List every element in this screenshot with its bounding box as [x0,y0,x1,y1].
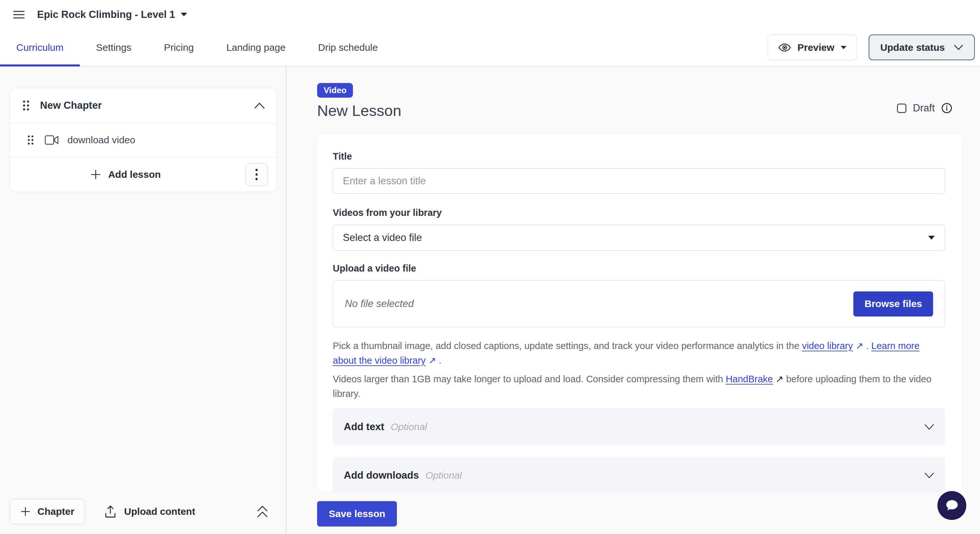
lesson-title-input[interactable] [333,168,945,194]
upload-content-button[interactable]: Upload content [103,505,197,518]
add-downloads-label: Add downloads [344,469,419,481]
collapse-all-icon[interactable] [256,505,268,518]
optional-label: Optional [426,470,462,481]
eye-icon [778,41,791,54]
video-library-select[interactable]: Select a video file [333,225,945,251]
lesson-title[interactable]: download video [67,135,135,146]
tab-bar: Curriculum Settings Pricing Landing page… [0,29,980,67]
kebab-icon [255,168,258,181]
chat-bubble-icon [944,498,960,513]
tab-curriculum[interactable]: Curriculum [0,29,80,66]
handbrake-link[interactable]: HandBrake [726,374,773,384]
compression-help-text: Videos larger than 1GB may take longer t… [333,372,945,401]
add-chapter-button[interactable]: Chapter [10,499,85,524]
plus-icon [21,507,30,517]
video-library-select-value: Select a video file [343,232,422,243]
lesson-header: Video New Lesson [317,67,961,119]
external-link-icon: ↗ [856,340,864,351]
caret-down-icon [928,235,935,240]
chevron-down-icon [954,44,963,50]
chevron-down-icon [924,472,934,478]
help-text: Pick a thumbnail image, add closed capti… [333,340,802,351]
video-library-link[interactable]: video library [802,340,853,351]
upload-icon [105,505,116,518]
update-status-button[interactable]: Update status [869,35,975,60]
draft-checkbox[interactable] [897,103,907,113]
tab-settings[interactable]: Settings [80,29,148,66]
upload-field-label: Upload a video file [333,263,945,274]
lesson-form-card: Title Videos from your library Select a … [317,134,961,492]
chat-widget-button[interactable] [937,491,966,520]
content-area: New Chapter [0,67,980,533]
draft-toggle: Draft [897,102,952,114]
add-text-label: Add text [344,421,384,433]
lesson-editor: Video New Lesson Draft Title Videos from… [286,67,980,533]
page-title: New Lesson [317,102,961,119]
chapter-card: New Chapter [10,88,277,192]
add-lesson-button[interactable]: Add lesson [89,168,163,180]
help-text: . [436,355,441,366]
video-camera-icon [45,135,59,145]
external-link-icon: ↗ [428,355,436,366]
chapter-title[interactable]: New Chapter [40,100,102,111]
header-actions: Preview Update status [768,29,975,66]
drag-handle-icon[interactable] [22,99,30,112]
draft-label: Draft [913,102,935,114]
chapter-menu-button[interactable] [245,163,268,186]
title-field-label: Title [333,151,945,162]
plus-icon [91,169,101,180]
curriculum-sidebar: New Chapter [0,67,286,533]
add-lesson-label: Add lesson [108,169,161,180]
upload-content-label: Upload content [124,506,195,517]
no-file-text: No file selected [345,298,414,310]
add-lesson-row: Add lesson [10,157,277,192]
course-title[interactable]: Epic Rock Climbing - Level 1 [37,9,175,21]
chapter-header: New Chapter [10,88,277,123]
caret-down-icon [840,46,847,49]
tab-pricing[interactable]: Pricing [148,29,210,66]
info-icon[interactable] [941,103,952,114]
tab-list: Curriculum Settings Pricing Landing page… [0,29,394,66]
add-text-section[interactable]: Add text Optional [333,408,945,445]
top-bar: Epic Rock Climbing - Level 1 [0,0,980,29]
library-field-label: Videos from your library [333,207,945,218]
sidebar-footer: Chapter Upload content [10,499,277,524]
caret-down-icon[interactable] [180,13,188,17]
help-text: . [864,340,871,351]
tab-landing-page[interactable]: Landing page [210,29,302,66]
tab-drip-schedule[interactable]: Drip schedule [302,29,394,66]
video-library-help-text: Pick a thumbnail image, add closed capti… [333,339,945,368]
save-lesson-button[interactable]: Save lesson [317,501,397,526]
chevron-up-icon[interactable] [254,103,265,109]
chevron-down-icon [924,424,934,430]
preview-button[interactable]: Preview [768,35,857,60]
help-text: Videos larger than 1GB may take longer t… [333,374,726,384]
optional-label: Optional [391,421,427,432]
update-status-button-label: Update status [880,42,945,53]
preview-button-label: Preview [797,42,834,53]
add-downloads-section[interactable]: Add downloads Optional [333,457,945,492]
drag-handle-icon[interactable] [27,135,35,146]
file-upload-dropzone[interactable]: No file selected Browse files [333,280,945,327]
add-chapter-label: Chapter [37,506,74,517]
lesson-type-badge: Video [317,83,353,98]
browse-files-button[interactable]: Browse files [853,291,933,316]
lesson-row[interactable]: download video [10,123,277,157]
external-link-icon: ↗ [776,374,783,384]
hamburger-menu-icon[interactable] [13,10,25,19]
